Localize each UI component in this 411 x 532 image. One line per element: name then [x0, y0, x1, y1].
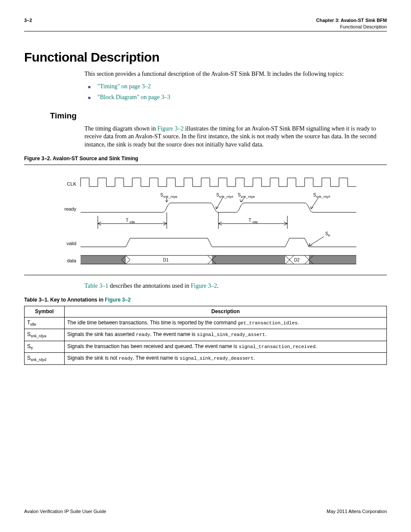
link-figure-3-2-c[interactable]: Figure 3–2 — [105, 297, 131, 303]
annotations-table: Symbol Description Tidle The idle time b… — [24, 306, 387, 364]
timing-text: The timing diagram shown in Figure 3–2 i… — [84, 125, 383, 149]
figure-caption: Figure 3–2. Avalon-ST Source and Sink Ti… — [24, 155, 387, 162]
svg-text:Ssnk_rdya: Ssnk_rdya — [160, 193, 177, 199]
page-number: 3–2 — [24, 17, 32, 30]
table-row: Tidle The idle time between transactions… — [25, 317, 387, 329]
link-table-3-1[interactable]: Table 3–1 — [84, 283, 108, 289]
section-name: Functional Description — [316, 24, 387, 30]
table-caption: Table 3–1. Key to Annotations in Figure … — [24, 296, 387, 303]
th-description: Description — [65, 306, 387, 317]
label-ready: ready — [64, 206, 76, 212]
link-timing[interactable]: "Timing" on page 3–2 — [97, 83, 151, 90]
timing-diagram: CLK Ssnk_rdya Ssnk_rdyd Ssnk_rdya Ssnk_r… — [24, 165, 387, 275]
chapter-title: Chapter 3: Avalon-ST Sink BFM — [316, 17, 387, 24]
data-d2: D2 — [294, 258, 300, 262]
mid-paragraph: Table 3–1 describes the annotations used… — [84, 282, 383, 290]
svg-rect-14 — [212, 255, 285, 264]
svg-text:Str: Str — [325, 231, 330, 237]
link-block-diagram[interactable]: "Block Diagram" on page 3–3 — [97, 94, 170, 100]
table-row: Ssnk_rdya Signals the sink has asserted … — [25, 329, 387, 341]
header-right: Chapter 3: Avalon-ST Sink BFM Functional… — [316, 17, 387, 30]
svg-text:Tidle: Tidle — [249, 218, 258, 224]
intro-block: This section provides a functional descr… — [84, 70, 383, 102]
page-header: 3–2 Chapter 3: Avalon-ST Sink BFM Functi… — [24, 17, 387, 31]
svg-rect-15 — [309, 255, 356, 264]
label-clk: CLK — [67, 181, 77, 187]
timing-paragraph: The timing diagram shown in Figure 3–2 i… — [84, 125, 383, 149]
label-valid: valid — [66, 241, 76, 246]
h1-functional-description: Functional Description — [24, 49, 387, 66]
link-figure-3-2-b[interactable]: Figure 3–2 — [191, 283, 217, 289]
topic-item-block-diagram: "Block Diagram" on page 3–3 — [84, 93, 383, 102]
svg-text:Tidle: Tidle — [126, 218, 135, 224]
table-row: Ssnk_rdyd Signals the sink is not ready.… — [25, 353, 387, 365]
th-symbol: Symbol — [25, 306, 65, 317]
svg-text:Ssnk_rdyd: Ssnk_rdyd — [216, 193, 233, 199]
topic-item-timing: "Timing" on page 3–2 — [84, 83, 383, 91]
svg-rect-13 — [81, 255, 126, 264]
data-d1: D1 — [163, 258, 169, 262]
h2-timing: Timing — [50, 110, 387, 121]
table-row: Str Signals the transaction has been rec… — [25, 341, 387, 353]
label-data: data — [67, 258, 77, 263]
svg-text:Ssnk_rdyd: Ssnk_rdyd — [313, 193, 330, 199]
svg-text:Ssnk_rdya: Ssnk_rdya — [238, 193, 255, 199]
timing-svg: CLK Ssnk_rdya Ssnk_rdyd Ssnk_rdya Ssnk_r… — [37, 173, 374, 270]
intro-paragraph: This section provides a functional descr… — [84, 70, 383, 78]
link-figure-3-2[interactable]: Figure 3–2 — [157, 125, 184, 132]
topic-list: "Timing" on page 3–2 "Block Diagram" on … — [84, 83, 383, 102]
